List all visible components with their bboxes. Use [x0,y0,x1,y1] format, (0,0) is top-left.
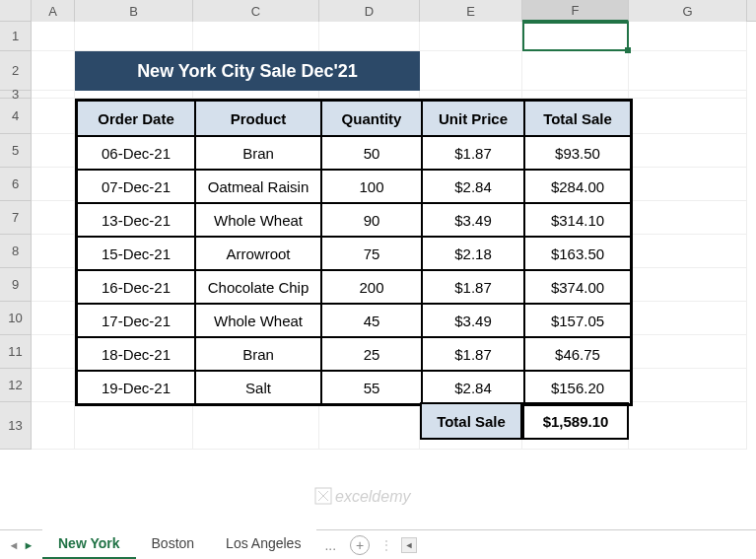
tab-divider: ⋮ [376,537,397,553]
row-header-10[interactable]: 10 [0,302,32,335]
table-row: 07-Dec-21Oatmeal Raisin100$2.84$284.00 [77,170,631,203]
row-header-4[interactable]: 4 [0,99,32,134]
table-cell[interactable]: $156.20 [524,371,631,404]
row-header-11[interactable]: 11 [0,335,32,369]
row-header-2[interactable]: 2 [0,51,32,91]
table-cell[interactable]: 25 [321,337,422,371]
page-title: New York City Sale Dec'21 [75,51,420,91]
column-headers-row: ABCDEFG [0,0,756,22]
table-header-cell[interactable]: Product [195,101,321,136]
column-header-F[interactable]: F [522,0,629,22]
sales-table: Order DateProductQuantityUnit PriceTotal… [75,99,633,406]
table-row: 18-Dec-21Bran25$1.87$46.75 [77,337,631,371]
column-header-A[interactable]: A [32,0,75,22]
watermark-text: exceldemy [335,488,410,506]
row-header-3[interactable]: 3 [0,91,32,99]
table-cell[interactable]: $2.84 [422,170,524,203]
table-cell[interactable]: $157.05 [524,304,631,337]
table-cell[interactable]: $1.87 [422,136,524,170]
tab-more-button[interactable]: ... [316,537,344,553]
watermark-icon [313,486,333,506]
table-header-cell[interactable]: Total Sale [524,101,631,136]
table-row: 15-Dec-21Arrowroot75$2.18$163.50 [77,237,631,270]
tab-navigation: ◄ ► [0,537,42,553]
row-header-9[interactable]: 9 [0,268,32,302]
table-row: 13-Dec-21Whole Wheat90$3.49$314.10 [77,203,631,237]
sheet-tab-new-york[interactable]: New York [42,529,136,559]
table-cell[interactable]: Salt [195,371,321,404]
table-cell[interactable]: $93.50 [524,136,631,170]
row-header-7[interactable]: 7 [0,201,32,235]
tab-nav-next-icon[interactable]: ► [23,537,34,553]
table-cell[interactable]: 06-Dec-21 [77,136,195,170]
table-cell[interactable]: 15-Dec-21 [77,237,195,270]
row-header-6[interactable]: 6 [0,168,32,201]
sheet-tab-los-angeles[interactable]: Los Angeles [210,529,316,559]
table-cell[interactable]: $46.75 [524,337,631,371]
row-header-13[interactable]: 13 [0,402,32,450]
table-cell[interactable]: $314.10 [524,203,631,237]
table-cell[interactable]: 45 [321,304,422,337]
column-header-D[interactable]: D [319,0,420,22]
table-cell[interactable]: 19-Dec-21 [77,371,195,404]
table-cell[interactable]: 55 [321,371,422,404]
table-cell[interactable]: $2.18 [422,237,524,270]
table-cell[interactable]: Chocolate Chip [195,270,321,304]
table-row: 16-Dec-21Chocolate Chip200$1.87$374.00 [77,270,631,304]
table-row: 19-Dec-21Salt55$2.84$156.20 [77,371,631,404]
column-header-C[interactable]: C [193,0,319,22]
spreadsheet-grid: ABCDEFG 12345678910111213 New York City … [0,0,756,22]
table-cell[interactable]: 50 [321,136,422,170]
sheet-tab-boston[interactable]: Boston [136,529,211,559]
table-cell[interactable]: Whole Wheat [195,203,321,237]
table-cell[interactable]: Arrowroot [195,237,321,270]
total-row: Total Sale$1,589.10 [420,402,629,440]
table-cell[interactable]: Bran [195,136,321,170]
tab-nav-prev-icon[interactable]: ◄ [8,537,20,553]
table-cell[interactable]: 07-Dec-21 [77,170,195,203]
horizontal-scrollbar[interactable]: ◄ [397,536,756,554]
table-cell[interactable]: 18-Dec-21 [77,337,195,371]
table-cell[interactable]: $1.87 [422,337,524,371]
table-cell[interactable]: Bran [195,337,321,371]
table-header-cell[interactable]: Order Date [77,101,195,136]
select-all-corner[interactable] [0,0,32,22]
table-row: 17-Dec-21Whole Wheat45$3.49$157.05 [77,304,631,337]
column-header-G[interactable]: G [629,0,747,22]
total-label-cell[interactable]: Total Sale [420,402,522,440]
table-cell[interactable]: 17-Dec-21 [77,304,195,337]
table-cell[interactable]: Oatmeal Raisin [195,170,321,203]
table-row: 06-Dec-21Bran50$1.87$93.50 [77,136,631,170]
table-header-cell[interactable]: Unit Price [422,101,524,136]
sheet-tabs-bar: ◄ ► New YorkBostonLos Angeles ... + ⋮ ◄ [0,529,756,559]
table-cell[interactable]: 90 [321,203,422,237]
add-sheet-button[interactable]: + [350,535,370,555]
svg-rect-0 [315,488,331,504]
table-cell[interactable]: Whole Wheat [195,304,321,337]
table-cell[interactable]: 200 [321,270,422,304]
table-header-cell[interactable]: Quantity [321,101,422,136]
table-cell[interactable]: 75 [321,237,422,270]
row-header-1[interactable]: 1 [0,22,32,51]
column-header-E[interactable]: E [420,0,522,22]
table-cell[interactable]: $284.00 [524,170,631,203]
table-cell[interactable]: $2.84 [422,371,524,404]
row-header-8[interactable]: 8 [0,235,32,268]
table-cell[interactable]: $3.49 [422,203,524,237]
scroll-left-icon[interactable]: ◄ [401,537,417,553]
table-cell[interactable]: $3.49 [422,304,524,337]
table-cell[interactable]: $163.50 [524,237,631,270]
column-header-B[interactable]: B [75,0,193,22]
row-header-5[interactable]: 5 [0,134,32,168]
row-header-12[interactable]: 12 [0,369,32,402]
total-value-cell[interactable]: $1,589.10 [522,402,629,440]
row-headers-column: 12345678910111213 [0,22,32,450]
table-cell[interactable]: 16-Dec-21 [77,270,195,304]
table-cell[interactable]: 100 [321,170,422,203]
table-cell[interactable]: 13-Dec-21 [77,203,195,237]
table-cell[interactable]: $1.87 [422,270,524,304]
table-cell[interactable]: $374.00 [524,270,631,304]
